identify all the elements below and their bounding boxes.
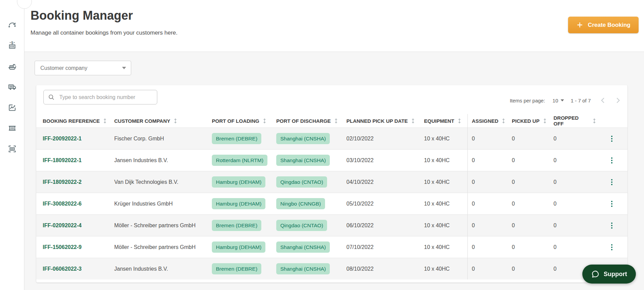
search-input[interactable] bbox=[59, 94, 153, 101]
actions-cell bbox=[596, 132, 627, 146]
table-body: IFF-20092022-1 Fischer Corp. GmbH Bremen… bbox=[36, 128, 627, 279]
assigned-cell: 0 bbox=[467, 128, 508, 149]
port-of-discharge-cell: Qingdao (CNTAO) bbox=[272, 176, 342, 188]
row-actions-button[interactable] bbox=[605, 197, 619, 211]
analytics-icon[interactable] bbox=[7, 103, 17, 112]
planned-pick-up-date-cell: 08/10/2022 bbox=[342, 266, 420, 272]
row-actions-button[interactable] bbox=[605, 240, 619, 254]
port-of-loading-cell: Hamburg (DEHAM) bbox=[208, 176, 272, 188]
previous-page-button[interactable] bbox=[596, 93, 610, 108]
content-area: Customer company Items per page: 10 bbox=[24, 52, 644, 290]
ship-icon[interactable] bbox=[7, 61, 17, 71]
row-actions-button[interactable] bbox=[605, 219, 619, 232]
create-booking-button[interactable]: Create Booking bbox=[568, 17, 639, 33]
booking-reference-link[interactable]: IFF-30082022-6 bbox=[36, 201, 108, 207]
route-icon[interactable] bbox=[7, 20, 17, 30]
booking-reference-link[interactable]: IFF-15062022-9 bbox=[36, 244, 108, 250]
sort-icon[interactable] bbox=[458, 118, 461, 123]
booking-reference-link[interactable]: IFF-02092022-4 bbox=[36, 223, 108, 229]
actions-cell bbox=[596, 175, 627, 189]
column-header-customer-company[interactable]: CUSTOMER COMPANY bbox=[108, 114, 208, 128]
port-of-loading-chip: Rotterdam (NLRTM) bbox=[212, 155, 267, 166]
booking-reference-link[interactable]: IFF-20092022-1 bbox=[36, 136, 108, 142]
container-icon[interactable] bbox=[7, 123, 17, 133]
port-of-loading-chip: Bremen (DEBRE) bbox=[212, 263, 261, 275]
port-of-discharge-chip: Shanghai (CNSHA) bbox=[276, 241, 330, 253]
booking-reference-link[interactable]: IFF-18092022-1 bbox=[36, 157, 108, 163]
table-row: IFF-15062022-9 Möller - Schreiber partne… bbox=[36, 236, 627, 258]
plus-icon bbox=[576, 21, 583, 28]
pricing-icon[interactable]: $ bbox=[7, 41, 17, 50]
equipment-cell: 10 x 40HC bbox=[420, 136, 467, 142]
picked-up-cell: 0 bbox=[508, 136, 549, 142]
column-header-picked-up[interactable]: PICKED UP bbox=[508, 114, 549, 128]
planned-pick-up-date-cell: 02/10/2022 bbox=[342, 136, 420, 142]
dropped-off-cell: 0 bbox=[549, 223, 596, 229]
column-header-port-of-loading[interactable]: PORT OF LOADING bbox=[208, 114, 272, 128]
picked-up-cell: 0 bbox=[508, 179, 549, 185]
container-scan-icon[interactable] bbox=[7, 144, 17, 154]
next-page-button[interactable] bbox=[610, 93, 625, 108]
booking-reference-link[interactable]: IFF-18092022-2 bbox=[36, 179, 108, 185]
sort-icon[interactable] bbox=[103, 118, 107, 123]
picked-up-cell: 0 bbox=[508, 223, 549, 229]
row-actions-button[interactable] bbox=[605, 154, 619, 167]
port-of-loading-cell: Rotterdam (NLRTM) bbox=[208, 155, 272, 166]
column-header-dropped-off[interactable]: DROPPED OFF bbox=[549, 114, 596, 128]
sort-icon[interactable] bbox=[592, 118, 596, 123]
equipment-cell: 10 x 40HC bbox=[420, 201, 467, 207]
equipment-cell: 10 x 40HC bbox=[420, 223, 467, 229]
port-of-discharge-chip: Qingdao (CNTAO) bbox=[276, 220, 327, 231]
sort-icon[interactable] bbox=[543, 118, 547, 123]
actions-cell bbox=[596, 154, 627, 167]
paginator: Items per page: 10 1 - 7 of 7 bbox=[510, 93, 625, 108]
sort-icon[interactable] bbox=[263, 118, 266, 123]
sort-icon[interactable] bbox=[174, 118, 177, 123]
port-of-discharge-chip: Shanghai (CNSHA) bbox=[276, 133, 330, 144]
column-header-port-of-discharge[interactable]: PORT OF DISCHARGE bbox=[272, 114, 342, 128]
truck-icon[interactable] bbox=[7, 82, 17, 92]
port-of-discharge-cell: Shanghai (CNSHA) bbox=[272, 133, 342, 144]
port-of-discharge-chip: Qingdao (CNTAO) bbox=[276, 176, 327, 188]
sort-icon[interactable] bbox=[502, 118, 505, 123]
column-header-booking-reference[interactable]: BOOKING REFERENCE bbox=[36, 114, 108, 128]
booking-reference-link[interactable]: IFF-06062022-3 bbox=[36, 266, 108, 272]
search-icon bbox=[48, 94, 55, 101]
chevron-down-icon bbox=[122, 67, 126, 69]
support-button[interactable]: Support bbox=[582, 265, 636, 284]
items-per-page-label: Items per page: bbox=[510, 98, 545, 103]
port-of-loading-chip: Hamburg (DEHAM) bbox=[212, 241, 265, 253]
chevron-down-icon bbox=[561, 99, 564, 101]
sort-icon[interactable] bbox=[411, 118, 415, 123]
port-of-loading-cell: Hamburg (DEHAM) bbox=[208, 241, 272, 253]
picked-up-cell: 0 bbox=[508, 244, 549, 250]
port-of-discharge-cell: Shanghai (CNSHA) bbox=[272, 263, 342, 275]
customer-company-select[interactable]: Customer company bbox=[35, 61, 131, 75]
column-header-planned-pick-up-date[interactable]: PLANNED PICK UP DATE bbox=[342, 114, 420, 128]
items-per-page-select[interactable]: 10 bbox=[552, 98, 564, 103]
port-of-loading-chip: Hamburg (DEHAM) bbox=[212, 198, 265, 210]
port-of-loading-chip: Bremen (DEBRE) bbox=[212, 220, 261, 231]
picked-up-cell: 0 bbox=[508, 201, 549, 207]
page-title: Booking Manager bbox=[31, 8, 639, 23]
app-root: $ Booking Manager Manage all container b… bbox=[0, 0, 644, 290]
table-row: IFF-30082022-6 Krüger Industries GmbH Ha… bbox=[36, 193, 627, 214]
assigned-cell: 0 bbox=[467, 193, 508, 214]
assigned-cell: 0 bbox=[467, 236, 508, 258]
customer-company-cell: Fischer Corp. GmbH bbox=[108, 136, 208, 142]
row-actions-button[interactable] bbox=[605, 175, 619, 189]
assigned-cell: 0 bbox=[467, 258, 508, 279]
port-of-loading-chip: Bremen (DEBRE) bbox=[212, 133, 261, 144]
picked-up-cell: 0 bbox=[508, 157, 549, 163]
dropped-off-cell: 0 bbox=[549, 201, 596, 207]
sort-icon[interactable] bbox=[334, 118, 338, 123]
page-range-label: 1 - 7 of 7 bbox=[571, 98, 591, 103]
page-subtitle: Manage all container bookings from your … bbox=[31, 30, 639, 36]
search-box bbox=[43, 90, 157, 104]
actions-cell bbox=[596, 240, 627, 254]
port-of-discharge-cell: Shanghai (CNSHA) bbox=[272, 155, 342, 166]
column-header-equipment[interactable]: EQUIPMENT bbox=[420, 114, 467, 128]
column-header-assigned[interactable]: ASSIGNED bbox=[467, 114, 508, 128]
row-actions-button[interactable] bbox=[605, 132, 619, 146]
table-header-row: BOOKING REFERENCE CUSTOMER COMPANY PORT … bbox=[36, 114, 627, 128]
